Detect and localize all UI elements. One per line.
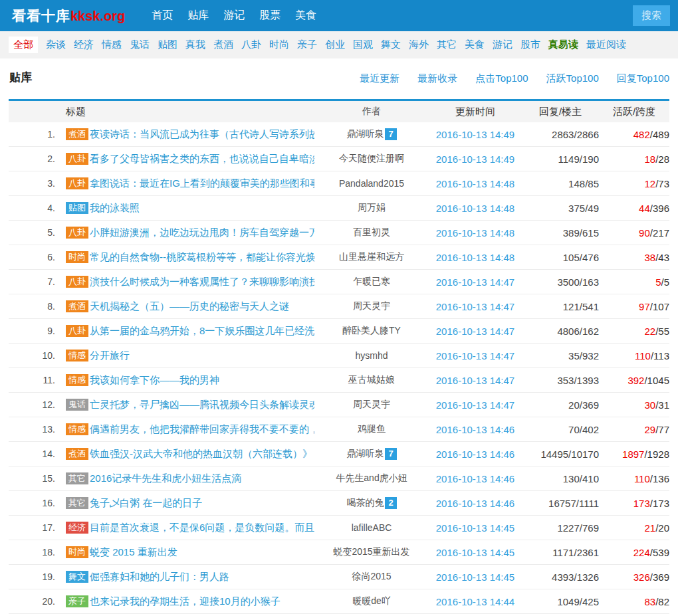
category-item[interactable]: 创业 — [325, 39, 345, 51]
author-count-badge[interactable]: 2 — [385, 497, 396, 509]
category-badge[interactable]: 煮酒 — [66, 448, 88, 461]
post-title-link[interactable]: 蜕变 2015 重新出发 — [90, 546, 177, 559]
category-badge[interactable]: 其它 — [66, 472, 88, 485]
category-item-highlight[interactable]: 真易读 — [548, 39, 578, 51]
post-title-link[interactable]: 演技什么时候成为一种客观属性了？来聊聊影响演技的... — [90, 276, 314, 288]
post-update-time[interactable]: 2016-10-13 14:47 — [429, 276, 522, 288]
category-badge[interactable]: 其它 — [66, 497, 88, 510]
post-title-link[interactable]: 分开旅行 — [90, 350, 130, 362]
top-header-bar: 看看十库kksk.org 首页贴库游记股票美食 搜索 — [0, 0, 678, 31]
post-update-time[interactable]: 2016-10-13 14:49 — [429, 154, 522, 165]
sort-tab[interactable]: 最近更新 — [360, 72, 399, 84]
sort-tab[interactable]: 活跃Top100 — [546, 72, 599, 84]
site-logo[interactable]: 看看十库kksk.org — [12, 7, 125, 25]
category-badge[interactable]: 八卦 — [66, 153, 88, 165]
post-title-link[interactable]: 我的泳装照 — [90, 202, 140, 215]
category-badge[interactable]: 时尚 — [66, 546, 88, 559]
post-update-time[interactable]: 2016-10-13 14:46 — [429, 473, 522, 484]
post-title-link[interactable]: 夜读诗话：当风流已成为往事（古代诗人写诗系列故事... — [90, 128, 314, 141]
category-badge[interactable]: 情感 — [66, 423, 88, 436]
active-count: 1897 — [622, 449, 644, 460]
category-badge[interactable]: 八卦 — [66, 276, 88, 288]
author-count-badge[interactable]: 7 — [385, 448, 396, 460]
category-badge[interactable]: 八卦 — [66, 227, 88, 239]
category-item[interactable]: 鬼话 — [130, 39, 150, 51]
category-badge[interactable]: 八卦 — [66, 177, 88, 190]
category-badge[interactable]: 鬼话 — [66, 399, 88, 411]
sort-tab[interactable]: 点击Top100 — [475, 72, 528, 84]
post-update-time[interactable]: 2016-10-13 14:45 — [429, 547, 522, 558]
post-update-time[interactable]: 2016-10-13 14:47 — [429, 399, 522, 411]
category-badge[interactable]: 情感 — [66, 374, 88, 387]
post-update-time[interactable]: 2016-10-13 14:48 — [429, 252, 522, 263]
category-badge[interactable]: 贴图 — [66, 202, 88, 215]
category-badge[interactable]: 亲子 — [66, 595, 88, 608]
post-update-time[interactable]: 2016-10-13 14:48 — [429, 203, 522, 214]
sort-tab[interactable]: 最新收录 — [417, 72, 457, 84]
post-title-link[interactable]: 铁血强汉-汉武大帝和他的热血汉朝（六部连载）》 — [90, 448, 312, 461]
main-nav-item[interactable]: 美食 — [295, 9, 316, 23]
sort-tab[interactable]: 回复Top100 — [617, 72, 669, 84]
post-update-time[interactable]: 2016-10-13 14:47 — [429, 375, 522, 386]
post-update-time[interactable]: 2016-10-13 14:45 — [429, 522, 522, 534]
category-item[interactable]: 八卦 — [241, 39, 261, 51]
post-title-link[interactable]: 倔强寡妇和她的儿子们：男人路 — [90, 571, 229, 583]
post-title-link[interactable]: 看多了父母皆祸害之类的东西，也说说自己自卑暗淡的... — [90, 153, 314, 165]
post-title-link[interactable]: 常见的自然食物--桃胶葛根粉等等，都能让你容光焕发... — [90, 251, 314, 264]
category-item-all-active[interactable]: 全部 — [9, 37, 38, 53]
post-update-time[interactable]: 2016-10-13 14:48 — [429, 178, 522, 189]
category-item[interactable]: 贴图 — [158, 39, 177, 51]
post-update-time[interactable]: 2016-10-13 14:44 — [429, 596, 522, 607]
post-update-time[interactable]: 2016-10-13 14:49 — [429, 129, 522, 140]
post-update-time[interactable]: 2016-10-13 14:46 — [429, 449, 522, 460]
category-badge[interactable]: 时尚 — [66, 251, 88, 264]
post-update-time[interactable]: 2016-10-13 14:47 — [429, 350, 522, 361]
post-update-time[interactable]: 2016-10-13 14:48 — [429, 227, 522, 239]
category-item[interactable]: 国观 — [353, 39, 373, 51]
post-title-link[interactable]: 偶遇前男友，他把我灌醉带回家弄得我不要不要的，他... — [90, 423, 314, 436]
category-badge[interactable]: 经济 — [66, 522, 88, 534]
post-update-time[interactable]: 2016-10-13 14:47 — [429, 301, 522, 312]
category-item[interactable]: 真我 — [185, 39, 205, 51]
category-badge[interactable]: 煮酒 — [66, 128, 88, 141]
post-title-link[interactable]: 兔子乄白粥 在一起的日子 — [90, 497, 202, 510]
main-nav-item[interactable]: 首页 — [152, 9, 173, 23]
post-title-link[interactable]: 从第一届的金乌鸦开始，8一下娱乐圈这几年已经洗白... — [90, 325, 314, 338]
category-item[interactable]: 煮酒 — [213, 39, 233, 51]
post-title-link[interactable]: 目前是首次衰退，不是保6问题，是负数问题。而且中... — [90, 522, 314, 534]
post-title-link[interactable]: 2016记录牛先生和虎小妞生活点滴 — [90, 472, 241, 485]
category-item[interactable]: 杂谈 — [46, 39, 66, 51]
main-nav-item[interactable]: 股票 — [259, 9, 281, 23]
main-nav-item[interactable]: 游记 — [223, 9, 245, 23]
post-title-link[interactable]: 拿图说话：最近在IG上看到的颠覆审美的那些图和事儿 — [90, 177, 314, 190]
post-update-time[interactable]: 2016-10-13 14:46 — [429, 424, 522, 435]
post-title-link[interactable]: 亡灵托梦，寻尸擒凶——腾讯视频今日头条解读灵魂的... — [90, 399, 314, 411]
category-badge[interactable]: 情感 — [66, 350, 88, 362]
category-item[interactable]: 其它 — [437, 39, 457, 51]
category-item[interactable]: 股市 — [520, 39, 540, 51]
category-item[interactable]: 游记 — [493, 39, 512, 51]
search-button[interactable]: 搜索 — [633, 5, 670, 26]
category-badge[interactable]: 舞文 — [66, 571, 88, 583]
post-title-link[interactable]: 也来记录我的孕期生活，迎接10月的小猴子 — [90, 595, 281, 608]
main-nav-item[interactable]: 贴库 — [187, 9, 209, 23]
category-badge[interactable]: 八卦 — [66, 325, 88, 338]
category-item[interactable]: 时尚 — [269, 39, 289, 51]
category-item-recent-read[interactable]: 最近阅读 — [586, 39, 626, 51]
post-update-time[interactable]: 2016-10-13 14:46 — [429, 498, 522, 509]
category-item[interactable]: 舞文 — [381, 39, 401, 51]
category-item[interactable]: 亲子 — [297, 39, 317, 51]
active-per-span: 29/77 — [599, 424, 669, 435]
category-item[interactable]: 经济 — [74, 39, 94, 51]
post-title-link[interactable]: 天机揭秘之（五）——历史的秘密与天人之谜 — [90, 300, 289, 313]
post-title-link[interactable]: 我该如何拿下你——我的男神 — [90, 374, 219, 387]
post-update-time[interactable]: 2016-10-13 14:47 — [429, 326, 522, 337]
post-title-link[interactable]: 小胖妞游澳洲，边吃边玩边甩肉！房车自驾穿越一万公... — [90, 227, 314, 239]
category-item[interactable]: 美食 — [465, 39, 485, 51]
table-header-row: 标题 作者 更新时间 回复/楼主 活跃/跨度 — [9, 99, 669, 122]
category-item[interactable]: 海外 — [409, 39, 429, 51]
author-count-badge[interactable]: 7 — [385, 128, 396, 140]
post-update-time[interactable]: 2016-10-13 14:45 — [429, 571, 522, 583]
category-badge[interactable]: 煮酒 — [66, 300, 88, 313]
category-item[interactable]: 情感 — [102, 39, 122, 51]
